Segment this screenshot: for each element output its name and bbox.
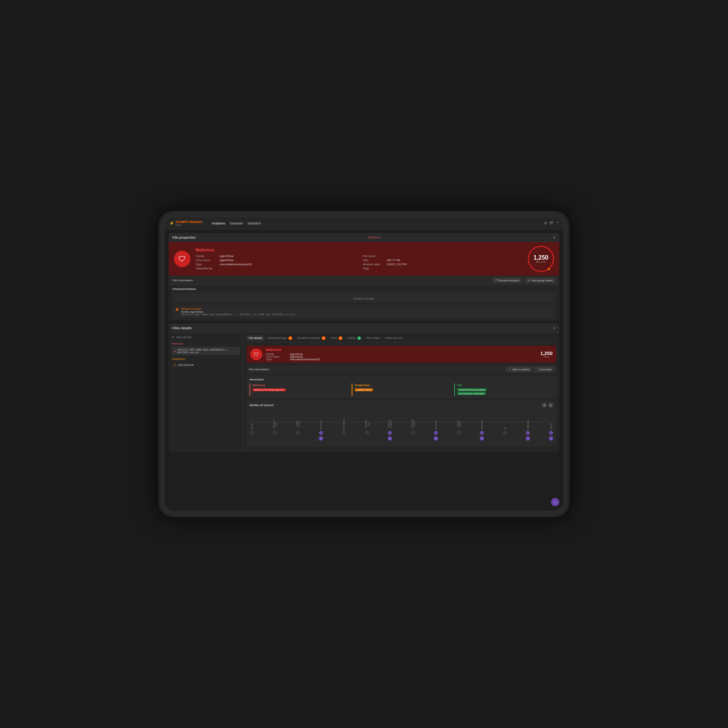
mitre-phase-defense: Defense Evasion 3 (388, 418, 392, 441)
correlate-name: GlimpsCorrelate (181, 307, 552, 310)
mini-score: 1,250 score (540, 351, 552, 358)
mini-malicious-card: 🛡 Malicious Family: AgentTesla Virus nam… (246, 346, 556, 363)
virusname-row: Virus name: AgentTesla (196, 258, 355, 262)
suspicious-category-label: Suspicious (172, 357, 240, 361)
mitre-phase-discovery: Discovery 4 (434, 418, 438, 441)
mitre-dot-initial (296, 431, 300, 435)
heuristic-info-tag-1: Extracted from executable (457, 388, 487, 391)
mitre-dot-impact (549, 431, 553, 435)
mini-type-value: executable/windows/pe32 (290, 358, 320, 361)
mitre-dot-persistence (342, 431, 346, 435)
mitre-count-persistence (341, 436, 346, 441)
mitre-count-resource (273, 436, 277, 441)
mitre-dot-collection (480, 431, 484, 435)
resubmit-label: Resubmit analysis (498, 279, 520, 282)
mitre-dot-defense (388, 431, 392, 435)
tablet-screen: ⚡ GLIMPS Malware 3.4.4 Analyses Datasets… (165, 217, 563, 511)
help-icon[interactable]: ? (556, 221, 558, 225)
mini-score-value: 1,250 (540, 351, 552, 356)
tabs-bar: File details Generated tags 1 GLIMPS Cor… (246, 336, 556, 343)
heuristic-malicious-tag: Malicious file strong signature (252, 388, 286, 391)
mini-family-row: Family: AgentTesla (266, 353, 552, 355)
mitre-phase-impact: Impact 1 (549, 418, 553, 441)
mitre-dot-privesc (365, 431, 369, 435)
tab-file-details[interactable]: File details (246, 336, 265, 341)
glimps-correlate-bar: GLIMPS Correlate (173, 293, 555, 303)
mitre-phase-exfil-label: Exfiltration (527, 418, 529, 430)
mitre-phase-collection: Collection 2 (480, 418, 484, 441)
mitre-dot-resource (273, 431, 277, 435)
mitre-phase-credential-label: Credential Access (411, 418, 415, 430)
app-name: GLIMPS Malware (176, 220, 203, 224)
score-circle: 1,250 Max score (528, 246, 554, 272)
flag-icon[interactable]: 🏴 (549, 221, 554, 225)
file-icon: ● (174, 349, 176, 353)
whitelist-label: Add to whitelist (512, 368, 530, 371)
settings-icon[interactable]: ⚙ (544, 221, 547, 225)
mini-shield: 🛡 (250, 348, 262, 360)
download-button[interactable]: ↓ Download (535, 367, 554, 372)
mitre-dot-exfil (526, 431, 530, 435)
mitre-nav: < > (542, 402, 553, 408)
score-label: Max score (536, 261, 546, 263)
mitre-prev-button[interactable]: < (542, 402, 547, 408)
view-all-button[interactable]: 👁 View all files (172, 336, 240, 339)
tab-other-services[interactable]: Other services (383, 336, 405, 341)
whitelist-button[interactable]: ✓ Add to whitelist (506, 367, 532, 372)
mitre-count-lateral (457, 436, 461, 441)
file-info-bar2: File information ✓ Add to whitelist ↓ Do… (246, 365, 556, 373)
shield-bug-icon: 🛡 (179, 255, 186, 263)
mitre-dot-c2 (503, 431, 507, 435)
mitre-count-credential (411, 436, 415, 441)
mitre-phase-exfil: Exfiltration 1 (526, 418, 530, 441)
nav-statistics[interactable]: Statistics (248, 222, 261, 225)
nav-analyses[interactable]: Analyses (212, 222, 226, 225)
correlate-hash: 30fdc517-2847-480d-93ee-de56209554(...) … (181, 313, 552, 316)
heuristic-suspicious-col: Suspicious packed / bytes (352, 384, 451, 396)
mini-family-label: Family: (266, 353, 288, 355)
view-gauge-label: View gauge details (531, 279, 553, 282)
mitre-phase-execution-label: Execution (320, 418, 322, 430)
mitre-dot-recon (250, 431, 254, 435)
file-info-label2: File information (249, 368, 269, 371)
collapse-icon[interactable]: ∧ (553, 235, 555, 239)
gauge-icon: ◎ (528, 279, 530, 282)
view-gauge-button[interactable]: ◎ View gauge details (525, 278, 555, 283)
tab-glimps-correlate[interactable]: GLIMPS Correlate 1 (295, 336, 328, 341)
glimps-correlate-label: GLIMPS Correlate (353, 297, 375, 300)
right-panel: File details Generated tags 1 GLIMPS Cor… (243, 333, 559, 452)
nav-links: Analyses Datasets Statistics (212, 222, 261, 225)
heuristic-malicious-title: Malicious (252, 384, 349, 387)
heuristics-title: Heuristics (249, 378, 553, 381)
tab-generated-tags[interactable]: Generated tags 1 (265, 336, 294, 341)
files-details-toggle[interactable]: ∧ (553, 326, 555, 330)
tags-row: Tags: (363, 267, 523, 270)
nav-datasets[interactable]: Datasets (230, 222, 243, 225)
tab-pefile[interactable]: PEFile 3 (345, 336, 363, 341)
tab-file-viewer[interactable]: File viewer (364, 336, 382, 341)
mini-virusname-label: Virus name: (266, 355, 288, 358)
heuristic-suspicious-title: Suspicious (355, 384, 451, 387)
mitre-next-button[interactable]: > (548, 402, 553, 408)
submitted-row: Submitted by: (196, 267, 355, 270)
mitre-phases: Recon Resource Dev. (249, 418, 553, 441)
navbar: ⚡ GLIMPS Malware 3.4.4 Analyses Datasets… (165, 217, 563, 229)
nav-actions: ⚙ 🏴 ? (544, 221, 558, 225)
resubmit-icon: ↺ (495, 279, 497, 282)
mitre-count-discovery: 4 (434, 436, 438, 441)
logo-icon: ⚡ (170, 221, 174, 225)
resubmit-button[interactable]: ↺ Resubmit analysis (492, 278, 522, 283)
file-info-actions: ↺ Resubmit analysis ◎ View gauge details (492, 278, 555, 283)
size-label: Size: (363, 258, 385, 262)
mitre-phase-c2: C2 (503, 418, 507, 441)
glimps-correlate-badge: 1 (322, 336, 326, 340)
mitre-phase-initial-label: Initial Access (295, 418, 300, 430)
fab-button[interactable]: → (551, 498, 559, 506)
type-row: Type: executable/windows/pe32 (196, 263, 355, 266)
family-row: Family: AgentTesla (196, 254, 355, 258)
mitre-phase-persistence-label: Persistence (343, 418, 345, 430)
malicious-file-item[interactable]: ● 30fdc517-2847-480d-93ee-de56209554(…) … (172, 347, 240, 355)
tab-perls[interactable]: Perls 2 (329, 336, 344, 341)
mitre-phase-lateral-label: Lateral Move. (457, 418, 461, 430)
suspicious-file-item[interactable]: ⚠ ODControl.dll (172, 362, 240, 367)
